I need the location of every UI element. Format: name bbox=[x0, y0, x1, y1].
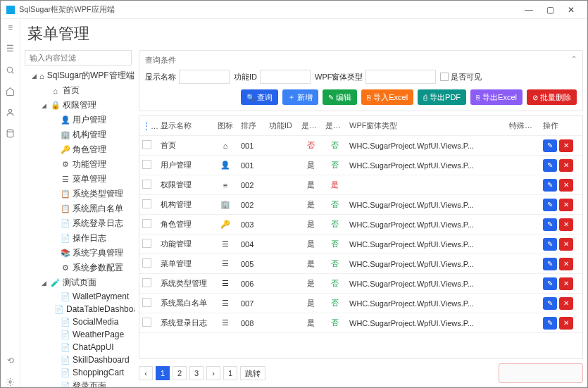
tree-test-4[interactable]: 📄ChatAppUI bbox=[25, 341, 132, 353]
row-delete-button[interactable]: ✕ bbox=[559, 277, 573, 290]
close-button[interactable]: ✕ bbox=[561, 5, 582, 15]
table-row[interactable]: 用户管理👤001是否WHC.SugarProject.WpfUI.Views.P… bbox=[139, 156, 582, 175]
export-pdf-button[interactable]: ⎙导出PDF bbox=[418, 89, 466, 105]
tree-perm-8[interactable]: 📄操作日志 bbox=[25, 231, 132, 246]
search-icon[interactable] bbox=[5, 64, 16, 75]
row-delete-button[interactable]: ✕ bbox=[559, 179, 573, 192]
table-row[interactable]: 菜单管理☰005是否WHC.SugarProject.WpfUI.Views.P… bbox=[139, 254, 582, 274]
row-checkbox[interactable] bbox=[142, 258, 151, 268]
grid-icon[interactable]: ⋮⋮⋮ bbox=[142, 121, 158, 131]
row-edit-button[interactable]: ✎ bbox=[543, 179, 557, 192]
tree-test-5[interactable]: 📄SkillDashboard bbox=[25, 353, 132, 366]
row-checkbox[interactable] bbox=[142, 239, 151, 248]
tree-perm-6[interactable]: 📋系统黑白名单 bbox=[25, 201, 132, 216]
filter-label-name: 显示名称 bbox=[145, 72, 176, 82]
cell-sort: 006 bbox=[238, 277, 266, 291]
cell-expand: 否 bbox=[323, 196, 346, 213]
row-edit-button[interactable]: ✎ bbox=[543, 238, 557, 251]
row-checkbox[interactable] bbox=[142, 219, 151, 228]
row-checkbox[interactable] bbox=[142, 278, 151, 287]
table-row[interactable]: 功能管理☰004是否WHC.SugarProject.WpfUI.Views.P… bbox=[139, 234, 582, 254]
edit-button[interactable]: ✎编辑 bbox=[323, 89, 357, 105]
list-icon[interactable]: ☰ bbox=[5, 43, 16, 54]
search-button[interactable]: 🔍查询 bbox=[241, 89, 278, 105]
row-delete-button[interactable]: ✕ bbox=[559, 238, 573, 251]
tree-test-2[interactable]: 📄SocialMedia bbox=[25, 315, 132, 328]
table-row[interactable]: 权限管理≡002是是✎✕ bbox=[139, 175, 582, 195]
page-next[interactable]: › bbox=[206, 366, 220, 380]
tree-perm-5[interactable]: 📋系统类型管理 bbox=[25, 187, 132, 201]
tree-search-input[interactable] bbox=[25, 50, 132, 65]
tree-home[interactable]: ⌂首页 bbox=[25, 83, 132, 98]
page-prev[interactable]: ‹ bbox=[139, 366, 153, 380]
tree-perm-4[interactable]: ☰菜单管理 bbox=[25, 172, 132, 187]
maximize-button[interactable]: ▢ bbox=[539, 5, 561, 15]
row-checkbox[interactable] bbox=[142, 160, 151, 169]
menu-icon[interactable]: ≡ bbox=[5, 22, 16, 33]
tree-perm-1[interactable]: 🏢机构管理 bbox=[25, 127, 132, 142]
row-delete-button[interactable]: ✕ bbox=[559, 159, 573, 172]
row-delete-button[interactable]: ✕ bbox=[559, 199, 573, 211]
export-excel-button[interactable]: ⎘导出Excel bbox=[470, 89, 523, 105]
cell-tag bbox=[506, 301, 540, 306]
back-icon[interactable]: ⟲ bbox=[5, 355, 16, 366]
tree-test-6[interactable]: 📄ShoppingCart bbox=[25, 366, 132, 379]
page-input[interactable]: 1 bbox=[223, 366, 237, 380]
page-2[interactable]: 2 bbox=[173, 366, 187, 380]
tree-test[interactable]: ◢🧪测试页面 bbox=[25, 275, 132, 290]
tree-root[interactable]: ◢⌂SqlSugar的WPF管理端 bbox=[25, 68, 132, 83]
tree-test-0[interactable]: 📄WalletPayment bbox=[25, 290, 132, 303]
filter-input-func[interactable] bbox=[260, 70, 311, 84]
row-checkbox[interactable] bbox=[142, 298, 151, 307]
row-delete-button[interactable]: ✕ bbox=[559, 297, 573, 310]
settings-icon[interactable] bbox=[5, 376, 16, 387]
row-edit-button[interactable]: ✎ bbox=[543, 159, 557, 172]
row-edit-button[interactable]: ✎ bbox=[543, 297, 557, 310]
tree-perm-9[interactable]: 📚系统字典管理 bbox=[25, 246, 132, 261]
row-checkbox[interactable] bbox=[142, 318, 151, 327]
row-edit-button[interactable]: ✎ bbox=[543, 277, 557, 290]
tree-test-7[interactable]: 📄登录页面 bbox=[25, 379, 132, 387]
table-row[interactable]: 机构管理🏢002是否WHC.SugarProject.WpfUI.Views.P… bbox=[139, 195, 582, 215]
tree-test-1[interactable]: 📄DataTableDashboa bbox=[25, 303, 132, 315]
table-row[interactable]: 系统黑白名单☰007是否WHC.SugarProject.WpfUI.Views… bbox=[139, 294, 582, 313]
minimize-button[interactable]: — bbox=[518, 5, 539, 15]
add-button[interactable]: ＋新增 bbox=[282, 89, 318, 105]
db-icon[interactable] bbox=[5, 127, 16, 139]
row-checkbox[interactable] bbox=[142, 199, 151, 208]
table-row[interactable]: 系统登录日志☰008是否WHC.SugarProject.WpfUI.Views… bbox=[139, 313, 582, 333]
table-row[interactable]: 角色管理🔑003是否WHC.SugarProject.WpfUI.Views.P… bbox=[139, 215, 582, 234]
tree-perm-0[interactable]: 👤用户管理 bbox=[25, 113, 132, 127]
row-delete-button[interactable]: ✕ bbox=[559, 258, 573, 270]
row-checkbox[interactable] bbox=[142, 180, 151, 189]
batch-delete-button[interactable]: ⊘批量删除 bbox=[527, 89, 577, 105]
row-delete-button[interactable]: ✕ bbox=[559, 218, 573, 231]
page-1[interactable]: 1 bbox=[156, 366, 170, 380]
filter-check-visible[interactable]: 是否可见 bbox=[440, 72, 482, 82]
row-edit-button[interactable]: ✎ bbox=[543, 199, 557, 211]
table-row[interactable]: 系统类型管理☰006是否WHC.SugarProject.WpfUI.Views… bbox=[139, 274, 582, 294]
page-jump[interactable]: 跳转 bbox=[240, 366, 265, 380]
row-delete-button[interactable]: ✕ bbox=[559, 139, 573, 152]
filter-input-type[interactable] bbox=[365, 70, 436, 84]
home-icon[interactable] bbox=[5, 85, 16, 96]
row-delete-button[interactable]: ✕ bbox=[559, 317, 573, 330]
row-edit-button[interactable]: ✎ bbox=[543, 317, 557, 330]
tree-perm-2[interactable]: 🔑角色管理 bbox=[25, 142, 132, 157]
row-edit-button[interactable]: ✎ bbox=[543, 258, 557, 270]
collapse-icon[interactable]: ⌃ bbox=[571, 55, 577, 65]
cell-icon: 🏢 bbox=[213, 197, 238, 212]
row-edit-button[interactable]: ✎ bbox=[543, 218, 557, 231]
tree-perm-7[interactable]: 📄系统登录日志 bbox=[25, 216, 132, 231]
tree-perm-3[interactable]: ⚙功能管理 bbox=[25, 157, 132, 172]
table-row[interactable]: 首页⌂001否否WHC.SugarProject.WpfUI.Views.P..… bbox=[139, 136, 582, 156]
tree-perm-10[interactable]: ⚙系统参数配置 bbox=[25, 261, 132, 275]
tree-test-3[interactable]: 📄WeatherPage bbox=[25, 328, 132, 341]
import-excel-button[interactable]: ⎘导入Excel bbox=[361, 89, 413, 105]
tree-perm[interactable]: ◢🔒权限管理 bbox=[25, 98, 132, 113]
user-icon[interactable] bbox=[5, 106, 16, 118]
page-3[interactable]: 3 bbox=[189, 366, 204, 380]
row-checkbox[interactable] bbox=[142, 140, 151, 149]
row-edit-button[interactable]: ✎ bbox=[543, 139, 557, 152]
filter-input-name[interactable] bbox=[179, 70, 230, 84]
